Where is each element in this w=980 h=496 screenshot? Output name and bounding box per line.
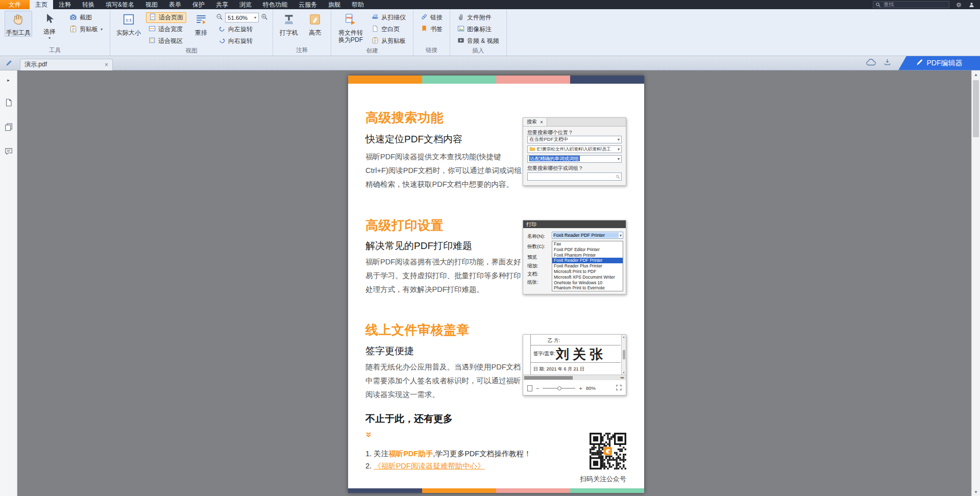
image-annotation-button[interactable]: 图像标注 [455,24,502,35]
rotate-right-button[interactable]: 向右旋转 [216,36,268,46]
from-scanner-button[interactable]: 从扫描仪 [369,12,408,23]
select-tool-button[interactable]: 选择 ▾ [36,11,63,40]
cloud-icon[interactable] [866,59,876,68]
scroll-up-icon[interactable]: ▲ [972,70,980,79]
menu-tab-browse[interactable]: 浏览 [234,0,257,9]
document-tab[interactable]: 演示.pdf × [20,59,113,70]
menu-tab-view[interactable]: 视图 [140,0,163,9]
menu-search-box[interactable]: 查找 [873,1,949,8]
section-heading: 高级打印设置 [365,217,444,234]
zoom-level-combo[interactable]: 51.60% ▾ [225,13,259,22]
printer-option[interactable]: Foxit Reader Plus Printer [552,263,623,269]
page-thumbnails-icon[interactable] [4,98,13,107]
file-attachment-button[interactable]: 文件附件 [455,12,502,23]
fit-width-label: 适合宽度 [158,25,183,34]
zoom-plus-icon[interactable]: + [579,385,582,391]
scroll-down-icon[interactable]: ▼ [972,488,980,496]
svg-text:1:1: 1:1 [126,18,132,22]
search-icon [616,172,620,181]
share-icon[interactable] [884,58,891,68]
menu-tab-convert[interactable]: 转换 [77,0,100,9]
actual-size-button[interactable]: 1:1 实际大小 [115,11,142,36]
close-icon[interactable]: × [540,119,543,125]
link-button[interactable]: 链接 [418,12,445,23]
hand-tool-label: 手型工具 [6,29,31,36]
rotate-left-button[interactable]: 向左旋转 [216,24,268,35]
printer-option[interactable]: Phantom Print to Evernote [552,285,623,291]
menu-tab-help[interactable]: 帮助 [346,0,370,9]
zoom-slider-knob[interactable] [557,386,561,390]
printer-option-selected[interactable]: Foxit Reader PDF Printer [552,258,623,263]
bookmark-button[interactable]: 书签 [418,24,445,35]
menu-tab-protect[interactable]: 保护 [187,0,210,9]
zoom-minus-icon[interactable]: − [536,385,539,391]
search-path-dropdown[interactable]: E:\黄宗松文件\入职资料\入职资料\员工 ▾ [527,145,622,153]
comments-icon[interactable] [4,147,13,156]
menu-tab-comment[interactable]: 注释 [53,0,77,9]
fullscreen-icon[interactable] [616,385,622,391]
zoom-slider[interactable] [543,388,575,389]
from-clipboard-button[interactable]: 从剪贴板 [369,36,408,46]
menu-tab-premium[interactable]: 旗舰 [323,0,346,9]
search-match-dropdown[interactable]: 匹配精确的单词或词组 ▾ [527,155,622,163]
menu-tab-form[interactable]: 表单 [163,0,187,9]
scroll-right-icon[interactable]: ▸ [622,376,625,379]
panel-expand-icon[interactable]: ▸ [7,78,10,83]
menu-tab-fill-sign[interactable]: 填写&签名 [100,0,140,9]
fit-page-button[interactable]: 适合页面 [146,12,186,23]
search-terms-input[interactable] [527,172,622,181]
menu-tab-special-features[interactable]: 特色功能 [257,0,293,9]
printer-name-combo[interactable]: Foxit Reader PDF Printer ▾ [552,232,623,239]
menu-tab-share[interactable]: 共享 [210,0,234,9]
convert-to-pdf-button[interactable]: PDF 将文件转换为PDF [336,11,365,43]
signature-field-label: 签字/盖章: [533,351,555,357]
scrollbar-thumb[interactable] [524,376,573,380]
mini-horizontal-scrollbar[interactable]: ◂▸ [523,375,626,380]
clipboard-icon [372,37,379,45]
close-icon[interactable]: × [105,61,108,68]
fit-visible-button[interactable]: 适合视区 [146,36,186,46]
foxit-logo [604,447,612,455]
typewriter-button[interactable]: 打字机 [278,11,300,36]
blank-page-button[interactable]: 空白页 [369,24,408,35]
printer-option[interactable]: Microsoft XPS Document Writer [552,275,623,280]
help-center-link[interactable]: 《福昕PDF阅读器疑难帮助中心》 [374,462,485,470]
profile-icon[interactable] [968,2,975,8]
scroll-down-icon[interactable]: ▼ [623,371,625,374]
scrollbar-thumb[interactable] [623,350,625,359]
pages-icon[interactable] [4,122,13,132]
printer-option[interactable]: Fax [552,241,623,247]
audio-video-button[interactable]: 音频 & 视频 [455,36,502,46]
printer-option[interactable]: Microsoft Print to PDF [552,269,623,275]
hand-tool-button[interactable]: 手型工具 [5,11,32,37]
printer-option[interactable]: Foxit Phantom Printer [552,253,623,258]
zoom-out-icon[interactable] [216,13,223,22]
pdf-editor-button[interactable]: PDF编辑器 [898,56,980,70]
pencil-icon[interactable] [5,59,13,67]
foxit-assistant-link[interactable]: 福昕PDF助手 [388,450,433,458]
convert-pdf-icon: PDF [344,13,357,28]
zoom-in-icon[interactable] [261,13,268,22]
mini-vertical-scrollbar[interactable]: ▲ ▼ [621,335,626,375]
group-label-link: 链接 [418,46,445,56]
highlight-button[interactable]: 高亮 [304,11,326,36]
scroll-up-icon[interactable]: ▲ [623,335,625,338]
search-path-value: E:\黄宗松文件\入职资料\入职资料\员工 [537,146,616,153]
printer-option[interactable]: OneNote for Windows 10 [552,280,623,286]
gear-icon[interactable] [955,2,962,8]
menu-tab-cloud-service[interactable]: 云服务 [293,0,323,9]
menu-tab-home[interactable]: 主页 [30,0,53,9]
page-view-icon[interactable] [527,385,532,391]
snapshot-button[interactable]: 截图 [67,12,105,23]
menu-file-button[interactable]: 文件 [0,0,30,9]
fit-width-button[interactable]: 适合宽度 [146,24,186,35]
search-dialog-tab[interactable]: 搜索 × [523,118,547,126]
reflow-button[interactable]: 重排 [190,11,212,36]
convert-to-pdf-label: 将文件转换为PDF [336,29,365,43]
clipboard-button[interactable]: 剪贴板 ▾ [67,24,105,35]
vertical-scrollbar[interactable]: ▲ ▼ [971,70,980,496]
scrollbar-thumb[interactable] [973,80,979,137]
blank-page-label: 空白页 [381,25,400,34]
printer-option[interactable]: Foxit PDF Editor Printer [552,247,623,253]
search-scope-dropdown[interactable]: 在当前PDF文档中 ▾ [527,136,622,143]
